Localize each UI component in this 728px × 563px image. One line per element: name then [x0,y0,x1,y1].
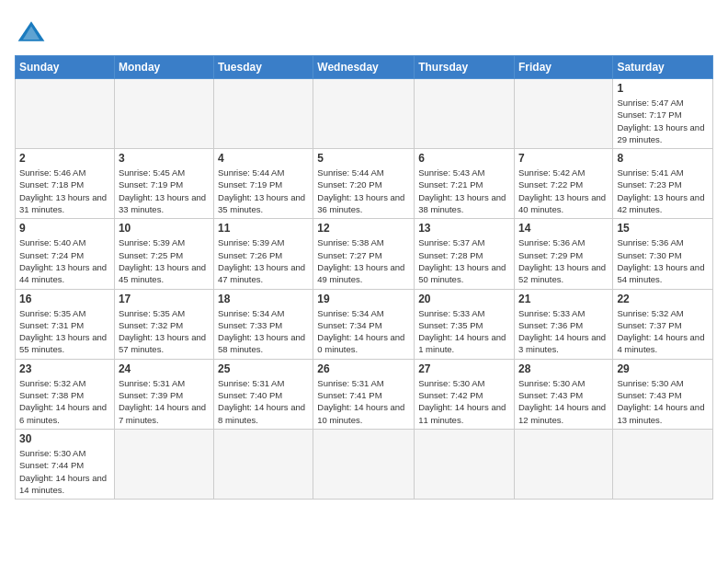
day-cell [16,79,115,149]
day-cell: 1Sunrise: 5:47 AMSunset: 7:17 PMDaylight… [613,79,713,149]
week-row-5: 23Sunrise: 5:32 AMSunset: 7:38 PMDayligh… [16,359,713,429]
day-info: Sunrise: 5:31 AMSunset: 7:41 PMDaylight:… [317,377,410,426]
header [15,15,713,48]
daylight-text: Daylight: 13 hours and 54 minutes. [617,262,704,284]
daylight-text: Daylight: 13 hours and 40 minutes. [518,192,606,214]
day-info: Sunrise: 5:40 AMSunset: 7:24 PMDaylight:… [19,236,110,285]
daylight-text: Daylight: 13 hours and 50 minutes. [418,262,506,284]
generalblue-logo-icon [15,15,48,48]
sunrise-text: Sunrise: 5:31 AM [218,378,284,388]
sunset-text: Sunset: 7:43 PM [518,390,583,400]
day-info: Sunrise: 5:46 AMSunset: 7:18 PMDaylight:… [19,167,110,215]
day-info: Sunrise: 5:32 AMSunset: 7:38 PMDaylight:… [19,377,110,426]
day-cell [613,429,713,499]
day-cell: 19Sunrise: 5:34 AMSunset: 7:34 PMDayligh… [313,289,415,359]
sunset-text: Sunset: 7:26 PM [218,250,282,260]
day-cell [514,429,612,499]
day-number: 21 [518,293,609,305]
day-cell: 25Sunrise: 5:31 AMSunset: 7:40 PMDayligh… [214,359,313,429]
day-cell [415,79,515,149]
daylight-text: Daylight: 13 hours and 36 minutes. [317,192,404,214]
day-info: Sunrise: 5:36 AMSunset: 7:30 PMDaylight:… [617,236,709,285]
weekday-header-friday: Friday [514,56,612,79]
day-info: Sunrise: 5:33 AMSunset: 7:35 PMDaylight:… [418,307,510,356]
week-row-1: 1Sunrise: 5:47 AMSunset: 7:17 PMDaylight… [16,79,713,149]
day-cell [214,429,313,499]
sunset-text: Sunset: 7:28 PM [418,250,483,260]
day-cell: 13Sunrise: 5:37 AMSunset: 7:28 PMDayligh… [415,219,515,289]
sunset-text: Sunset: 7:27 PM [317,250,381,260]
sunrise-text: Sunrise: 5:31 AM [317,378,383,388]
sunset-text: Sunset: 7:19 PM [119,179,183,190]
day-number: 20 [418,293,510,305]
day-number: 9 [19,222,110,235]
sunrise-text: Sunrise: 5:35 AM [119,308,185,318]
day-cell: 7Sunrise: 5:42 AMSunset: 7:22 PMDaylight… [514,149,612,219]
day-info: Sunrise: 5:47 AMSunset: 7:17 PMDaylight:… [617,97,709,145]
day-number: 2 [19,152,110,165]
day-cell: 2Sunrise: 5:46 AMSunset: 7:18 PMDaylight… [16,149,115,219]
sunrise-text: Sunrise: 5:43 AM [418,167,484,178]
weekday-header-saturday: Saturday [613,56,713,79]
sunrise-text: Sunrise: 5:47 AM [617,98,683,108]
week-row-4: 16Sunrise: 5:35 AMSunset: 7:31 PMDayligh… [16,289,713,359]
day-info: Sunrise: 5:30 AMSunset: 7:43 PMDaylight:… [518,377,609,426]
logo [15,15,51,48]
day-info: Sunrise: 5:38 AMSunset: 7:27 PMDaylight:… [317,236,410,285]
daylight-text: Daylight: 13 hours and 42 minutes. [617,192,704,214]
day-info: Sunrise: 5:34 AMSunset: 7:34 PMDaylight:… [317,307,410,356]
day-number: 7 [518,152,609,165]
week-row-6: 30Sunrise: 5:30 AMSunset: 7:44 PMDayligh… [16,429,713,499]
sunset-text: Sunset: 7:19 PM [218,179,282,190]
sunset-text: Sunset: 7:30 PM [617,250,681,260]
day-number: 5 [317,152,410,165]
day-cell: 9Sunrise: 5:40 AMSunset: 7:24 PMDaylight… [16,219,115,289]
sunset-text: Sunset: 7:21 PM [418,179,483,190]
daylight-text: Daylight: 13 hours and 55 minutes. [19,332,107,354]
day-info: Sunrise: 5:30 AMSunset: 7:42 PMDaylight:… [418,377,510,426]
day-info: Sunrise: 5:35 AMSunset: 7:31 PMDaylight:… [19,307,110,356]
sunrise-text: Sunrise: 5:46 AM [19,167,85,178]
sunset-text: Sunset: 7:40 PM [218,390,282,400]
day-info: Sunrise: 5:41 AMSunset: 7:23 PMDaylight:… [617,167,709,215]
sunrise-text: Sunrise: 5:36 AM [617,237,683,247]
daylight-text: Daylight: 14 hours and 13 minutes. [617,402,704,424]
day-cell: 26Sunrise: 5:31 AMSunset: 7:41 PMDayligh… [313,359,415,429]
day-cell: 15Sunrise: 5:36 AMSunset: 7:30 PMDayligh… [613,219,713,289]
weekday-header-monday: Monday [114,56,213,79]
day-cell: 23Sunrise: 5:32 AMSunset: 7:38 PMDayligh… [16,359,115,429]
day-number: 18 [218,293,309,305]
sunset-text: Sunset: 7:36 PM [518,320,583,330]
sunrise-text: Sunrise: 5:40 AM [19,237,85,247]
sunset-text: Sunset: 7:31 PM [19,320,84,330]
daylight-text: Daylight: 13 hours and 45 minutes. [119,262,206,284]
sunrise-text: Sunrise: 5:33 AM [418,308,484,318]
sunset-text: Sunset: 7:39 PM [119,390,183,400]
sunset-text: Sunset: 7:23 PM [617,179,681,190]
weekday-header-thursday: Thursday [415,56,515,79]
day-info: Sunrise: 5:31 AMSunset: 7:40 PMDaylight:… [218,377,309,426]
daylight-text: Daylight: 13 hours and 44 minutes. [19,262,107,284]
day-number: 24 [119,362,210,375]
day-number: 29 [617,362,709,375]
day-number: 15 [617,222,709,235]
day-number: 26 [317,362,410,375]
day-cell: 8Sunrise: 5:41 AMSunset: 7:23 PMDaylight… [613,149,713,219]
daylight-text: Daylight: 14 hours and 8 minutes. [218,402,305,424]
sunrise-text: Sunrise: 5:35 AM [19,308,85,318]
daylight-text: Daylight: 14 hours and 3 minutes. [518,332,606,354]
sunrise-text: Sunrise: 5:36 AM [518,237,585,247]
sunset-text: Sunset: 7:43 PM [617,390,681,400]
day-cell: 22Sunrise: 5:32 AMSunset: 7:37 PMDayligh… [613,289,713,359]
day-cell [114,79,213,149]
sunset-text: Sunset: 7:17 PM [617,109,681,120]
day-number: 27 [418,362,510,375]
sunset-text: Sunset: 7:37 PM [617,320,681,330]
sunset-text: Sunset: 7:29 PM [518,250,583,260]
daylight-text: Daylight: 13 hours and 31 minutes. [19,192,107,214]
daylight-text: Daylight: 14 hours and 0 minutes. [317,332,404,354]
day-cell: 14Sunrise: 5:36 AMSunset: 7:29 PMDayligh… [514,219,612,289]
sunrise-text: Sunrise: 5:34 AM [317,308,383,318]
sunset-text: Sunset: 7:24 PM [19,250,84,260]
day-number: 10 [119,222,210,235]
